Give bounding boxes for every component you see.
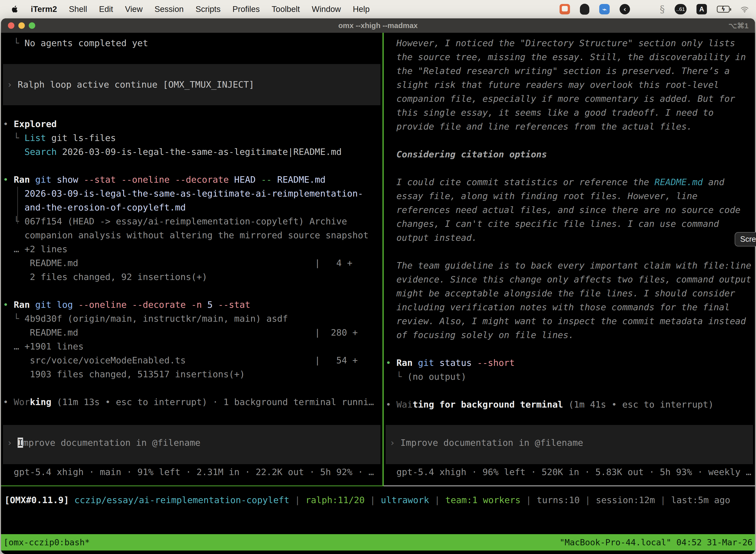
menu-item-edit[interactable]: Edit bbox=[93, 4, 119, 14]
reasoning-line: the source tree, missing the essay. Stil… bbox=[386, 50, 755, 64]
reasoning-line: might be acceptable alongside the file l… bbox=[386, 286, 755, 300]
menu-item-profiles[interactable]: Profiles bbox=[227, 4, 266, 14]
screen-overlay-label: Scre bbox=[740, 235, 756, 244]
reasoning-line: However, I noticed the "Directory Struct… bbox=[386, 36, 755, 50]
menu-bar: iTerm2 Shell Edit View Session Scripts P… bbox=[0, 0, 756, 18]
window-title: omx --xhigh --madmax bbox=[1, 21, 755, 30]
terminal-line: … +1901 lines bbox=[3, 340, 382, 353]
tmux-pane-left[interactable]: └ No agents completed yet › Ralph loop a… bbox=[1, 33, 382, 486]
terminal-content: └ No agents completed yet › Ralph loop a… bbox=[1, 33, 755, 554]
terminal-line: 1903 files changed, 513517 insertions(+) bbox=[3, 367, 382, 381]
tree-connector-line bbox=[17, 187, 18, 224]
terminal-line: and-the-erosion-of-copyleft.md bbox=[3, 201, 382, 214]
window-titlebar[interactable]: omx --xhigh --madmax ⌥⌘1 bbox=[1, 18, 755, 33]
terminal-line: … +2 lines bbox=[3, 242, 382, 256]
reasoning-line: The team guideline is to back every impo… bbox=[386, 259, 755, 273]
menu-item-session[interactable]: Session bbox=[148, 4, 189, 14]
model-stats-left: gpt-5.4 xhigh · main · 91% left · 2.31M … bbox=[3, 465, 382, 479]
tmux-pane-right[interactable]: However, I noticed the "Directory Struct… bbox=[384, 33, 755, 486]
battery-bolt-icon: ϟ bbox=[721, 6, 725, 12]
media-circle-icon[interactable]: ‹ bbox=[620, 4, 630, 14]
reasoning-line: evidence. Since this change only affects… bbox=[386, 273, 755, 286]
prompt-text-left: › Improve documentation in @filename bbox=[7, 436, 380, 450]
model-stats-right: gpt-5.4 xhigh · 96% left · 520K in · 5.8… bbox=[386, 465, 755, 479]
terminal-line: companion analysis without altering the … bbox=[3, 228, 382, 242]
terminal-line: └ List git ls-files bbox=[3, 131, 382, 145]
prompt-input-right[interactable]: › Improve documentation in @filename bbox=[386, 425, 753, 464]
reasoning-heading: Considering citation options bbox=[386, 148, 755, 161]
reasoning-line: output instead. bbox=[386, 231, 755, 245]
ran-git-status-line: • Ran git status --short bbox=[386, 356, 755, 370]
reasoning-line: provide file and line references from th… bbox=[386, 120, 755, 133]
terminal-line: Search 2026-03-09-is-legal-the-same-as-l… bbox=[3, 145, 382, 159]
reasoning-line: including verification notes with those … bbox=[386, 300, 755, 314]
apple-menu-icon[interactable] bbox=[11, 4, 19, 14]
terminal-line: README.md | 280 + bbox=[3, 326, 382, 340]
input-source-icon[interactable]: A bbox=[696, 4, 707, 14]
menu-item-help[interactable]: Help bbox=[347, 4, 376, 14]
iterm-window: omx --xhigh --madmax ⌥⌘1 └ No agents com… bbox=[1, 18, 755, 554]
terminal-line: src/voice/voiceModeEnabled.ts | 54 + bbox=[3, 353, 382, 367]
prompt-text-right: › Improve documentation in @filename bbox=[390, 436, 753, 450]
terminal-line: └ No agents completed yet bbox=[3, 36, 382, 50]
navigation-badge-icon[interactable]: ⌁ bbox=[599, 4, 610, 14]
reasoning-line: this single essay, it seems like a good … bbox=[386, 106, 755, 120]
menu-status-icons: ⌁ ‹ § ..61 A ϟ bbox=[560, 3, 750, 15]
ran-git-show-line: • Ran git show --stat --oneline --decora… bbox=[3, 173, 382, 187]
reasoning-line: of focusing solely on file lines. bbox=[386, 328, 755, 342]
reasoning-line: references need actual files, and since … bbox=[386, 203, 755, 217]
reasoning-line: changes, I can't cite specific file line… bbox=[386, 217, 755, 231]
prompt-input-left[interactable]: › Improve documentation in @filename bbox=[3, 425, 380, 464]
tmux-host-clock: "MacBook-Pro-44.local" 04:52 31-Mar-26 bbox=[560, 537, 753, 547]
badge-61-icon[interactable]: ..61 bbox=[675, 4, 687, 14]
waiting-status-line: • Waiting for background terminal (1m 41… bbox=[386, 398, 755, 411]
menu-item-view[interactable]: View bbox=[119, 4, 148, 14]
tmux-status-bar: [omx-cczip0:bash* "MacBook-Pro-44.local"… bbox=[1, 534, 755, 551]
window-shortcut-badge: ⌥⌘1 bbox=[729, 21, 749, 30]
reasoning-line: the "Related research writing" section i… bbox=[386, 64, 755, 78]
terminal-line: └ (no output) bbox=[386, 370, 755, 384]
wifi-icon[interactable] bbox=[740, 5, 750, 13]
terminal-line: └ 4b9d30f (origin/main, instructkr/main,… bbox=[3, 312, 382, 326]
omx-status-bar: [OMX#0.11.9] cczip/essay/ai-reimplementa… bbox=[1, 486, 755, 534]
tmux-session-window: [omx-cczip0:bash* bbox=[3, 537, 90, 547]
terminal-line: └ 067f154 (HEAD -> essay/ai-reimplementa… bbox=[3, 214, 382, 228]
working-status-line: • Working (11m 13s • esc to interrupt) ·… bbox=[3, 395, 382, 409]
menu-item-window[interactable]: Window bbox=[306, 4, 347, 14]
menu-item-iterm2[interactable]: iTerm2 bbox=[25, 4, 63, 14]
terminal-line: 2 files changed, 92 insertions(+) bbox=[3, 270, 382, 284]
screen-overlay-chip[interactable]: Scre bbox=[735, 232, 756, 246]
omx-status-text: [OMX#0.11.9] cczip/essay/ai-reimplementa… bbox=[4, 493, 755, 507]
ralph-loop-banner: › Ralph loop active continue [OMX_TMUX_I… bbox=[3, 64, 380, 105]
explored-header: • Explored bbox=[3, 117, 382, 131]
terminal-line: README.md | 4 + bbox=[3, 256, 382, 270]
menu-item-scripts[interactable]: Scripts bbox=[189, 4, 227, 14]
shield-grid-icon[interactable] bbox=[580, 4, 589, 15]
menu-item-toolbelt[interactable]: Toolbelt bbox=[266, 4, 306, 14]
menu-item-shell[interactable]: Shell bbox=[63, 4, 93, 14]
terminal-line: 2026-03-09-is-legal-the-same-as-legitima… bbox=[3, 187, 382, 201]
ran-git-log-line: • Ran git log --oneline --decorate -n 5 … bbox=[3, 298, 382, 312]
reasoning-line: essay file, along with finding root file… bbox=[386, 189, 755, 203]
squiggle-icon[interactable]: § bbox=[660, 3, 665, 15]
reasoning-line: slight risk that future readers may over… bbox=[386, 78, 755, 92]
ralph-loop-text: › Ralph loop active continue [OMX_TMUX_I… bbox=[7, 78, 254, 92]
battery-icon[interactable]: ϟ bbox=[717, 6, 730, 13]
dots-grid-icon[interactable] bbox=[640, 4, 650, 14]
window-bottom-edge bbox=[1, 551, 755, 554]
reasoning-line: companion file, especially if more comme… bbox=[386, 92, 755, 106]
reasoning-line: I could cite commit statistics or refere… bbox=[386, 175, 755, 189]
reasoning-line: review. Also, I might want to inspect th… bbox=[386, 314, 755, 328]
screenshot-app-icon[interactable] bbox=[560, 4, 570, 14]
